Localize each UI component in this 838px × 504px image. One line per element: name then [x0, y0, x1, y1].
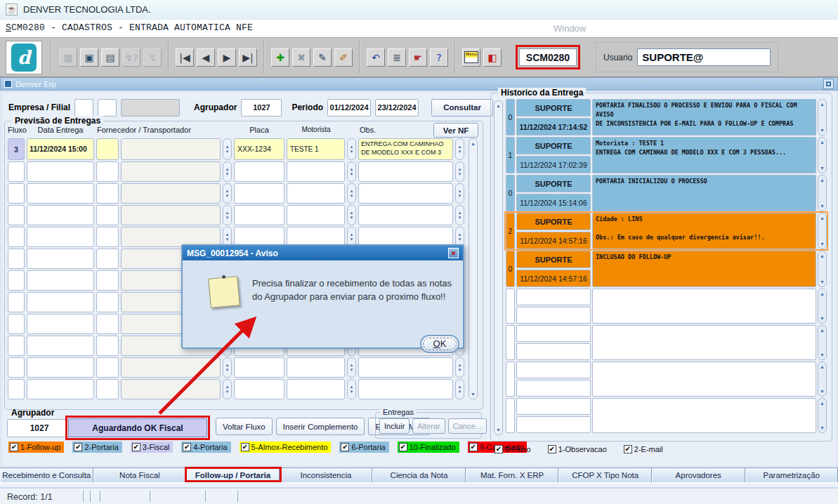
- spinner-control[interactable]: ▲▼: [347, 183, 356, 204]
- entry-scrollbar[interactable]: ▲▼: [818, 325, 827, 360]
- screen-icon[interactable]: ▣: [80, 48, 98, 67]
- filter-checkbox-5-almox-recebimento[interactable]: ✔5-Almox-Recebimento: [240, 442, 332, 453]
- add-record-icon[interactable]: ✚: [271, 48, 289, 67]
- inserir-complemento-button[interactable]: Inserir Complemento: [276, 418, 365, 435]
- cell-data-entrega[interactable]: [27, 183, 94, 204]
- status-aguardando-button[interactable]: Aguardando OK Fiscal: [68, 418, 207, 437]
- cell-motorista[interactable]: [287, 205, 345, 225]
- cell-fornecedor[interactable]: [96, 205, 119, 225]
- cell-fornecedor[interactable]: [96, 227, 119, 247]
- first-record-icon[interactable]: |◀: [176, 48, 194, 67]
- agrupador-bottom-field[interactable]: 1027: [7, 419, 72, 437]
- undo-icon[interactable]: ↶: [367, 48, 385, 67]
- checkbox-icon[interactable]: ✔: [548, 445, 556, 453]
- spinner-control[interactable]: ▲▼: [223, 379, 232, 399]
- history-entry[interactable]: 0SUPORTE11/12/2024 17:14:52PORTARIA FINA…: [506, 99, 827, 135]
- cell-transportador[interactable]: [121, 357, 221, 378]
- cell-fornecedor[interactable]: [96, 248, 119, 269]
- checkbox-icon[interactable]: ✔: [469, 443, 478, 451]
- cell-fornecedor[interactable]: [96, 357, 119, 378]
- table-scrollbar[interactable]: ▲▼: [469, 138, 478, 399]
- cell-data-entrega[interactable]: [27, 357, 94, 378]
- menu-item-window[interactable]: Window: [554, 23, 586, 34]
- cell-placa[interactable]: [234, 205, 284, 225]
- cell-fornecedor[interactable]: [96, 183, 119, 204]
- history-entry[interactable]: 0SUPORTE11/12/2024 14:57:16INCLUSAO DO F…: [506, 251, 827, 287]
- tab-parametriza-o[interactable]: Parametrização: [745, 468, 838, 482]
- spinner-control[interactable]: ▲▼: [455, 138, 464, 160]
- checkbox-icon[interactable]: ✔: [241, 443, 249, 451]
- spinner-control[interactable]: ▲▼: [455, 379, 464, 399]
- entry-scrollbar[interactable]: ▲▼: [818, 99, 827, 135]
- entry-scrollbar[interactable]: ▲▼: [818, 289, 827, 324]
- cell-fornecedor[interactable]: [96, 270, 119, 291]
- checkbox-icon[interactable]: ✔: [495, 445, 503, 453]
- cell-obs[interactable]: [358, 205, 453, 225]
- cell-data-entrega[interactable]: [27, 227, 94, 247]
- last-record-icon[interactable]: ▶|: [239, 48, 257, 67]
- history-entry[interactable]: 2SUPORTE11/12/2024 14:57:16Cidade : LINS…: [506, 213, 827, 249]
- spinner-control[interactable]: ▲▼: [223, 205, 232, 225]
- consultar-button[interactable]: Consultar: [431, 99, 493, 117]
- cell-placa[interactable]: XXX-1234: [234, 138, 284, 160]
- cell-transportador[interactable]: [121, 205, 221, 225]
- history-entry[interactable]: 1SUPORTE11/12/2024 17:02:39Motorista : T…: [506, 137, 827, 173]
- filter-checkbox-10-finalizado[interactable]: ✔10-Finalizado: [398, 442, 459, 453]
- print-icon[interactable]: ▤: [101, 48, 119, 67]
- entry-scrollbar[interactable]: ▲▼: [818, 251, 827, 287]
- cell-data-entrega[interactable]: [27, 336, 94, 356]
- cell-motorista[interactable]: [287, 183, 345, 204]
- ok-button[interactable]: OK: [420, 335, 459, 353]
- cell-fornecedor[interactable]: [96, 379, 119, 399]
- periodo-to-input[interactable]: 23/12/2024: [375, 99, 419, 117]
- prev-record-icon[interactable]: ◀: [197, 48, 215, 67]
- audit-icon[interactable]: ☛: [409, 48, 427, 67]
- filter-checkbox-0-fluxo[interactable]: ✔0-Fluxo: [495, 445, 531, 453]
- tab-inconsistencia[interactable]: Inconsistencia: [280, 468, 373, 482]
- filter-checkbox-4-portaria[interactable]: ✔4-Portaria: [181, 442, 230, 453]
- wand-icon[interactable]: ✐: [334, 48, 353, 67]
- cell-obs[interactable]: [358, 357, 453, 378]
- clipboard-icon[interactable]: ≣: [388, 48, 406, 67]
- spinner-control[interactable]: ▲▼: [347, 138, 356, 160]
- cell-data-entrega[interactable]: [27, 161, 94, 182]
- dialog-close-icon[interactable]: ✕: [448, 248, 459, 258]
- filter-checkbox-6-portaria[interactable]: ✔6-Portaria: [339, 442, 388, 453]
- tab-aprovadores[interactable]: Aprovadores: [652, 468, 745, 482]
- filter-checkbox-3-fiscal[interactable]: ✔3-Fiscal: [131, 442, 174, 453]
- cell-fornecedor[interactable]: [96, 161, 119, 182]
- cell-obs[interactable]: [358, 183, 453, 204]
- dialog-titlebar[interactable]: MSG_00012954 - Aviso ✕: [183, 246, 463, 260]
- cell-data-entrega[interactable]: 11/12/2024 15:00: [27, 138, 94, 160]
- user-input[interactable]: SUPORTE@: [637, 48, 771, 66]
- cell-fornecedor[interactable]: [96, 314, 119, 334]
- historico-scrollbar[interactable]: ▲▼: [494, 100, 503, 435]
- cell-fornecedor[interactable]: [96, 336, 119, 356]
- cell-placa[interactable]: [234, 161, 284, 182]
- entry-scrollbar[interactable]: ▲▼: [818, 398, 827, 433]
- cell-placa[interactable]: [234, 183, 284, 204]
- spinner-control[interactable]: ▲▼: [455, 205, 464, 225]
- exit-icon[interactable]: ◧: [483, 48, 502, 67]
- filter-checkbox-1-observacao[interactable]: ✔1-Observacao: [548, 445, 607, 453]
- cell-data-entrega[interactable]: [27, 292, 94, 312]
- tab-recebimento-e-consulta[interactable]: Recebimento e Consulta: [0, 468, 93, 482]
- spinner-control[interactable]: ▲▼: [223, 357, 232, 378]
- checkbox-icon[interactable]: ✔: [132, 443, 140, 451]
- cell-transportador[interactable]: [121, 379, 221, 399]
- spinner-control[interactable]: ▲▼: [455, 183, 464, 204]
- spinner-control[interactable]: ▲▼: [223, 161, 232, 182]
- spinner-control[interactable]: ▲▼: [223, 183, 232, 204]
- cell-transportador[interactable]: [121, 138, 221, 160]
- cell-motorista[interactable]: [287, 379, 345, 399]
- cell-data-entrega[interactable]: [27, 270, 94, 291]
- spinner-control[interactable]: ▲▼: [455, 161, 464, 182]
- filter-checkbox-2-portaria[interactable]: ✔2-Portaria: [72, 442, 122, 453]
- cell-obs[interactable]: [358, 379, 453, 399]
- cell-motorista[interactable]: [287, 161, 345, 182]
- next-record-icon[interactable]: ▶: [218, 48, 236, 67]
- agrupador-input[interactable]: 1027: [241, 99, 282, 117]
- tab-ciencia-da-nota[interactable]: Ciencia da Nota: [372, 468, 466, 482]
- ver-nf-button[interactable]: Ver NF: [433, 123, 478, 138]
- cell-motorista[interactable]: TESTE 1: [287, 138, 345, 160]
